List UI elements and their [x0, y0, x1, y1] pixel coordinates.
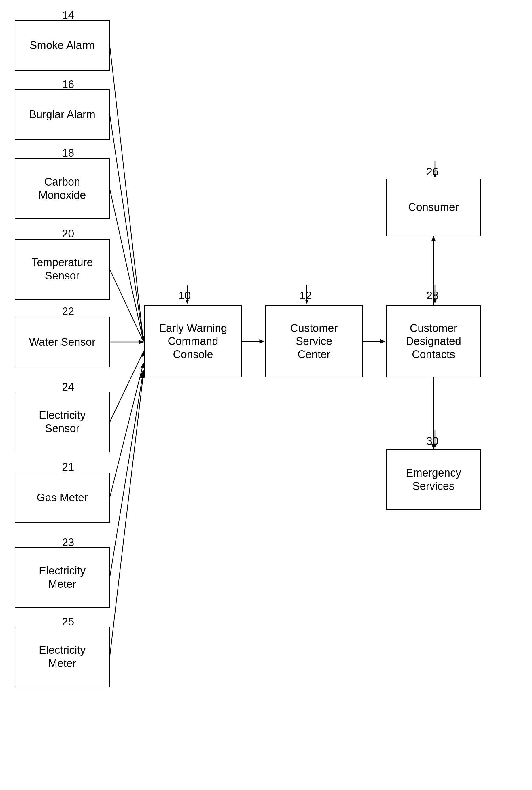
electricity-sensor-node: Electricity Sensor — [15, 392, 110, 452]
smoke-alarm-node: Smoke Alarm — [15, 20, 110, 71]
csc-label: Customer Service Center — [290, 322, 338, 361]
burglar-alarm-num: 16 — [62, 78, 74, 91]
carbon-monoxide-label: Carbon Monoxide — [39, 175, 86, 202]
svg-line-14 — [110, 370, 144, 578]
cdc-label: Customer Designated Contacts — [406, 322, 461, 361]
ewcc-num: 10 — [178, 289, 191, 302]
ewcc-label: Early Warning Command Console — [159, 322, 227, 361]
ewcc-node: Early Warning Command Console — [144, 305, 242, 377]
svg-line-6 — [110, 269, 144, 341]
cdc-num: 28 — [426, 289, 438, 302]
csc-num: 12 — [300, 289, 312, 302]
burglar-alarm-node: Burglar Alarm — [15, 89, 110, 140]
svg-line-10 — [110, 352, 144, 422]
water-sensor-node: Water Sensor — [15, 317, 110, 367]
svg-line-0 — [110, 45, 144, 341]
gas-meter-node: Gas Meter — [15, 472, 110, 523]
diagram: Smoke Alarm 14 Burglar Alarm 16 Carbon M… — [0, 0, 532, 790]
svg-marker-23 — [432, 236, 436, 241]
electricity-meter-2-num: 25 — [62, 616, 74, 628]
electricity-meter-2-node: Electricity Meter — [15, 627, 110, 687]
consumer-num: 26 — [426, 166, 438, 178]
burglar-alarm-label: Burglar Alarm — [29, 108, 95, 121]
svg-line-2 — [110, 114, 144, 341]
electricity-sensor-num: 24 — [62, 381, 74, 393]
svg-marker-9 — [139, 340, 144, 344]
cdc-node: Customer Designated Contacts — [386, 305, 481, 377]
smoke-alarm-num: 14 — [62, 9, 74, 22]
svg-marker-21 — [380, 339, 385, 343]
svg-line-16 — [110, 373, 144, 657]
emergency-num: 30 — [426, 435, 438, 448]
temperature-sensor-num: 20 — [62, 228, 74, 240]
carbon-monoxide-num: 18 — [62, 147, 74, 159]
gas-meter-num: 21 — [62, 461, 74, 473]
svg-line-12 — [110, 363, 144, 497]
electricity-meter-1-num: 23 — [62, 537, 74, 549]
emergency-node: Emergency Services — [386, 449, 481, 510]
temperature-sensor-label: Temperature Sensor — [32, 256, 93, 282]
electricity-meter-1-label: Electricity Meter — [39, 564, 86, 590]
emergency-label: Emergency Services — [406, 467, 461, 493]
temperature-sensor-node: Temperature Sensor — [15, 239, 110, 300]
water-sensor-label: Water Sensor — [29, 336, 96, 349]
svg-line-4 — [110, 189, 144, 341]
gas-meter-label: Gas Meter — [37, 491, 88, 505]
csc-node: Customer Service Center — [265, 305, 363, 377]
svg-marker-19 — [260, 339, 264, 343]
consumer-node: Consumer — [386, 178, 481, 236]
carbon-monoxide-node: Carbon Monoxide — [15, 158, 110, 219]
smoke-alarm-label: Smoke Alarm — [30, 39, 95, 52]
electricity-meter-1-node: Electricity Meter — [15, 547, 110, 608]
electricity-meter-2-label: Electricity Meter — [39, 644, 86, 670]
electricity-sensor-label: Electricity Sensor — [39, 409, 86, 435]
consumer-label: Consumer — [408, 201, 459, 214]
water-sensor-num: 22 — [62, 305, 74, 318]
